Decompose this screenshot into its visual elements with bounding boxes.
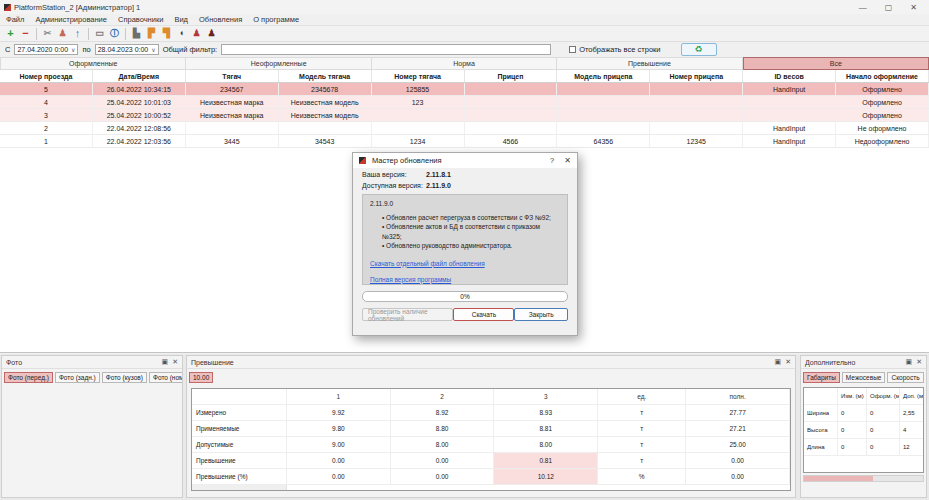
col-trailer-number[interactable]: Номер прицепа <box>650 70 743 82</box>
cell <box>650 83 743 95</box>
col-datetime[interactable]: Дата/Время <box>93 70 186 82</box>
release-note: Обновлено руководство администратора. <box>382 241 560 250</box>
col-trailer-model[interactable]: Модель прицепа <box>557 70 650 82</box>
table-row[interactable]: 1 22.04.2022 12:03:56 3445 34543 1234 45… <box>0 135 929 148</box>
update-wizard-dialog: Мастер обновления ? ✕ Ваша версия: 2.11.… <box>352 152 578 336</box>
close-icon[interactable]: ✕ <box>172 358 178 366</box>
arrow-up-icon[interactable]: ↑ <box>70 26 85 41</box>
menu-references[interactable]: Справочники <box>118 15 163 24</box>
cell: 1234 <box>372 135 465 147</box>
cell: 22.04.2022 12:08:56 <box>93 122 186 134</box>
cell: 34543 <box>279 135 372 147</box>
table-row: Допустимые 9.00 8.00 8.00 т 25.00 <box>192 437 790 453</box>
dimensions-table-header: Изм. (м) Оформ. (м) Доп. (м) <box>804 388 923 405</box>
add-icon[interactable]: + <box>3 26 18 41</box>
toolbar: + − ✂ ♟ ↑ ▭ ⓘ ▙ ▛ ▜ ◖ ♟ ♟ <box>0 25 929 42</box>
row-label: Длина <box>804 439 838 456</box>
excess-table: 1 2 3 ед. полн. Измерено 9.92 8.92 8.93 … <box>191 388 791 491</box>
tab-excess[interactable]: Превышение <box>557 57 742 70</box>
dock-pin-icon[interactable]: ▣ <box>906 358 913 366</box>
minimize-icon[interactable]: — <box>859 3 867 12</box>
tab-dimensions[interactable]: Габариты <box>803 372 840 383</box>
horizontal-scrollbar[interactable] <box>803 475 924 482</box>
cell <box>465 109 558 121</box>
refresh-button[interactable]: ♻ <box>681 43 717 56</box>
chevron-down-icon[interactable]: ∨ <box>151 46 155 53</box>
weighbridge-icon[interactable]: ▙ <box>129 26 144 41</box>
table-row: Длина 0 0 12 <box>804 439 923 456</box>
cell <box>650 122 743 134</box>
link-download-update-file[interactable]: Скачать отдельный файл обновления <box>370 260 560 267</box>
col-tractor-model[interactable]: Модель тягача <box>279 70 372 82</box>
close-icon[interactable]: ✕ <box>916 358 922 366</box>
menu-updates[interactable]: Обновления <box>199 15 242 24</box>
menu-administration[interactable]: Администрирование <box>35 15 107 24</box>
crescent-icon[interactable]: ◖ <box>174 26 189 41</box>
tab-photo-plate[interactable]: Фото (номер пр.) <box>149 372 182 383</box>
show-all-rows-checkbox[interactable] <box>569 46 576 53</box>
tab-excess-10[interactable]: 10.00 <box>189 372 213 383</box>
user-arrow-icon[interactable]: ♟ <box>55 26 70 41</box>
link-full-version[interactable]: Полная версия программы <box>370 276 560 283</box>
col-tractor[interactable]: Тягач <box>186 70 279 82</box>
close-icon[interactable]: ✕ <box>785 358 791 366</box>
cell: Оформлено <box>836 96 929 108</box>
table-row[interactable]: 4 25.04.2022 10:01:03 Неизвестная марка … <box>0 96 929 109</box>
tab-photo-front[interactable]: Фото (перед.) <box>4 372 53 383</box>
menubar: Файл Администрирование Справочники Вид О… <box>0 14 929 25</box>
cell-highlighted: 0.81 <box>494 453 598 469</box>
tab-photo-rear[interactable]: Фото (задн.) <box>55 372 100 383</box>
person-icon[interactable]: ♟ <box>189 26 204 41</box>
table-row[interactable]: 2 22.04.2022 12:08:56 HandInput Не оформ… <box>0 122 929 135</box>
download-button[interactable]: Скачать <box>453 308 514 321</box>
date-to-picker[interactable]: 28.04.2023 0:00 ∨ <box>95 44 159 55</box>
person2-icon[interactable]: ♟ <box>204 26 219 41</box>
tab-interaxle[interactable]: Межосевые <box>842 372 886 383</box>
your-version-value: 2.11.8.1 <box>426 171 451 178</box>
window-icon[interactable]: ▭ <box>92 26 107 41</box>
info-icon[interactable]: ⓘ <box>107 26 122 41</box>
col-tractor-number[interactable]: Номер тягача <box>372 70 465 82</box>
tab-photo-body[interactable]: Фото (кузов) <box>102 372 147 383</box>
tab-unregistered[interactable]: Неоформленные <box>186 57 371 70</box>
your-version-row: Ваша версия: 2.11.8.1 <box>353 170 577 179</box>
col-trailer[interactable]: Прицеп <box>465 70 558 82</box>
menu-view[interactable]: Вид <box>174 15 188 24</box>
remove-icon[interactable]: − <box>18 26 33 41</box>
tab-all[interactable]: Все <box>743 57 929 70</box>
row-label: Превышение <box>192 453 287 469</box>
col-pass-number[interactable]: Номер проезда <box>0 70 93 82</box>
truck2-icon[interactable]: ▜ <box>159 26 174 41</box>
help-icon[interactable]: ? <box>550 156 554 165</box>
row-label: Высота <box>804 422 838 439</box>
chevron-down-icon[interactable]: ∨ <box>71 46 75 53</box>
cell: 234567 <box>186 83 279 95</box>
date-from-value: 27.04.2020 0:00 <box>17 46 68 53</box>
truck-icon[interactable]: ▛ <box>144 26 159 41</box>
dock-pin-icon[interactable]: ▣ <box>162 358 169 366</box>
tab-norm[interactable]: Норма <box>372 57 557 70</box>
dock-area: Фото ▣ ✕ Фото (перед.) Фото (задн.) Фото… <box>0 354 929 500</box>
menu-file[interactable]: Файл <box>6 15 24 24</box>
cell <box>557 122 650 134</box>
tab-speed[interactable]: Скорость <box>887 372 923 383</box>
dock-pin-icon[interactable]: ▣ <box>775 358 782 366</box>
scrollbar-thumb[interactable] <box>804 476 873 481</box>
maximize-icon[interactable]: ▢ <box>885 3 893 12</box>
common-filter-input[interactable] <box>221 44 551 55</box>
cell: Неизвестная модель <box>279 109 372 121</box>
tools-icon[interactable]: ✂ <box>40 26 55 41</box>
col-registration-start[interactable]: Начало оформление <box>836 70 929 82</box>
close-icon[interactable]: ✕ <box>564 156 571 165</box>
close-icon[interactable]: ✕ <box>910 3 917 12</box>
close-button[interactable]: Закрыть <box>514 308 568 321</box>
tab-registered[interactable]: Оформленные <box>0 57 186 70</box>
check-updates-button[interactable]: Проверить наличие обновлений <box>362 308 453 321</box>
table-row[interactable]: 3 25.04.2022 10:00:52 Неизвестная марка … <box>0 109 929 122</box>
table-row[interactable]: 5 26.04.2022 10:34:15 234567 2345678 125… <box>0 83 929 96</box>
cell: 9.80 <box>287 421 391 437</box>
date-from-picker[interactable]: 27.04.2020 0:00 ∨ <box>14 44 78 55</box>
menu-about[interactable]: О программе <box>253 15 299 24</box>
col-scale-id[interactable]: ID весов <box>743 70 836 82</box>
col-registered: Оформ. (м) <box>867 388 900 405</box>
